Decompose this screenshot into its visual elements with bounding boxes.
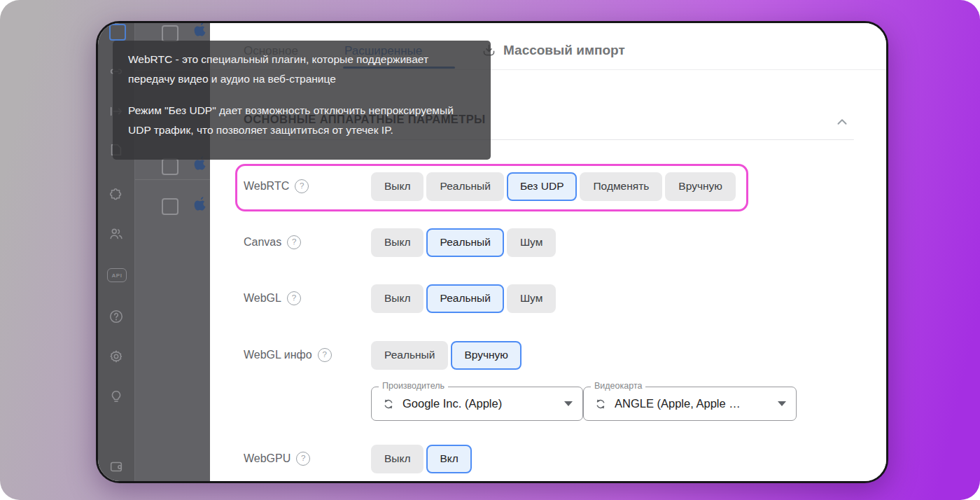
vendor-select[interactable]: Производитель Google Inc. (Apple): [371, 387, 583, 421]
option-button[interactable]: Шум: [507, 284, 556, 313]
webgpu-options: Выкл Вкл: [371, 445, 472, 473]
option-button[interactable]: Подменять: [580, 172, 662, 201]
gpu-select[interactable]: Видеокарта ANGLE (Apple, Apple …: [583, 387, 797, 421]
option-button-selected[interactable]: Реальный: [426, 228, 503, 257]
option-button-selected[interactable]: Вкл: [426, 445, 471, 473]
apple-os-icon: [193, 21, 209, 39]
webrtc-label: WebRTC?: [244, 179, 371, 193]
option-button-selected[interactable]: Вручную: [451, 341, 522, 370]
gpu-select-value: ANGLE (Apple, Apple …: [615, 397, 766, 410]
option-button[interactable]: Вручную: [665, 172, 736, 201]
webrtc-tooltip: WebRTC - это специальный плагин, которые…: [113, 41, 491, 160]
option-button[interactable]: Выкл: [371, 284, 424, 313]
help-icon[interactable]: ?: [318, 348, 332, 362]
setting-row-canvas: Canvas? Выкл Реальный Шум: [244, 228, 556, 257]
webgl-options: Выкл Реальный Шум: [371, 284, 556, 313]
vendor-select-label: Производитель: [379, 381, 448, 391]
webrtc-options: Выкл Реальный Без UDP Подменять Вручную: [371, 172, 736, 201]
webgl-info-label: WebGL инфо?: [244, 348, 371, 362]
help-icon[interactable]: ?: [287, 235, 301, 249]
option-button[interactable]: Реальный: [426, 172, 503, 201]
list-divider: [135, 179, 211, 180]
webgl-label: WebGL?: [244, 291, 371, 305]
option-button-selected[interactable]: Без UDP: [507, 172, 578, 201]
collapse-section-button[interactable]: [834, 114, 850, 130]
canvas-options: Выкл Реальный Шум: [371, 228, 556, 257]
settings-gear-icon[interactable]: [108, 349, 124, 364]
setting-row-webgl-info: WebGL инфо? Реальный Вручную: [244, 340, 522, 370]
setting-row-webgl: WebGL? Выкл Реальный Шум: [244, 284, 556, 313]
bulk-import-button[interactable]: Массовый импорт: [482, 43, 625, 58]
help-icon[interactable]: ?: [296, 452, 310, 466]
extensions-icon[interactable]: [108, 188, 124, 203]
help-icon[interactable]: ?: [287, 291, 301, 305]
dropdown-caret-icon: [778, 401, 786, 406]
refresh-icon[interactable]: [382, 397, 396, 411]
row-checkbox[interactable]: [162, 198, 178, 215]
row-checkbox[interactable]: [162, 25, 178, 42]
setting-row-webrtc: WebRTC? Выкл Реальный Без UDP Подменять …: [244, 172, 736, 201]
screenshot-stage: API Основное Расширенные Массовый импор: [0, 0, 980, 500]
option-button-selected[interactable]: Реальный: [426, 284, 503, 313]
select-all-checkbox[interactable]: [109, 24, 126, 41]
row-checkbox[interactable]: [162, 158, 178, 175]
bulk-import-label: Массовый импорт: [503, 43, 625, 58]
option-button[interactable]: Выкл: [371, 172, 424, 201]
api-icon[interactable]: API: [107, 268, 122, 284]
option-button[interactable]: Шум: [507, 228, 556, 257]
ideas-bulb-icon[interactable]: [108, 389, 124, 404]
vendor-select-value: Google Inc. (Apple): [402, 397, 553, 410]
option-button[interactable]: Реальный: [371, 341, 448, 370]
tooltip-paragraph-1: WebRTC - это специальный плагин, которые…: [128, 50, 475, 88]
option-button[interactable]: Выкл: [371, 228, 424, 257]
app-window: API Основное Расширенные Массовый импор: [96, 21, 888, 483]
dropdown-caret-icon: [564, 401, 573, 406]
help-icon[interactable]: [108, 309, 124, 324]
wallet-icon[interactable]: [108, 459, 124, 474]
tooltip-paragraph-2: Режим "Без UDP" дает возможность отключи…: [128, 101, 475, 139]
team-icon[interactable]: [108, 226, 124, 242]
apple-os-icon: [193, 195, 209, 214]
setting-row-webgpu: WebGPU? Выкл Вкл: [244, 444, 472, 473]
help-icon[interactable]: ?: [295, 179, 309, 193]
gpu-select-label: Видеокарта: [591, 381, 645, 391]
webgpu-label: WebGPU?: [244, 452, 371, 466]
option-button[interactable]: Выкл: [371, 445, 424, 473]
canvas-label: Canvas?: [244, 235, 371, 249]
webgl-info-options: Реальный Вручную: [371, 341, 522, 370]
refresh-icon[interactable]: [594, 397, 608, 411]
